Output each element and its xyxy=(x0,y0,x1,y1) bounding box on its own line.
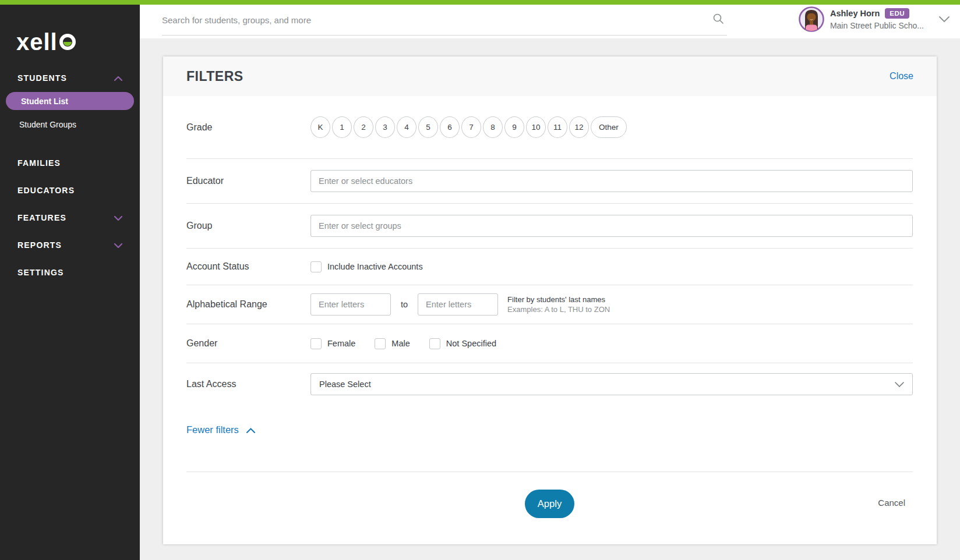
alphabetical-range-row: Alphabetical Range to Filter by students… xyxy=(186,285,913,324)
grade-row: Grade K123456789101112Other xyxy=(186,96,913,158)
avatar xyxy=(799,6,824,32)
user-role-badge: EDU xyxy=(885,8,909,19)
grade-option-k[interactable]: K xyxy=(310,116,330,138)
group-row: Group xyxy=(186,203,913,248)
gender-label: Gender xyxy=(186,338,310,349)
gender-option-male[interactable]: Male xyxy=(375,338,410,349)
fewer-filters-toggle[interactable]: Fewer filters xyxy=(186,424,255,435)
educator-input[interactable] xyxy=(310,170,913,192)
chevron-up-icon xyxy=(114,73,122,83)
xello-logo[interactable]: xell xyxy=(0,5,140,55)
sidebar-item-educators[interactable]: EDUCATORS xyxy=(0,185,140,196)
gender-option-not-specified[interactable]: Not Specified xyxy=(429,338,496,349)
topbar: Ashley Horn EDU Main Street Public Scho.… xyxy=(140,5,960,38)
sidebar-item-student-list[interactable]: Student List xyxy=(6,92,134,110)
educator-row: Educator xyxy=(186,158,913,203)
page-title: FILTERS xyxy=(186,69,243,84)
brand-accent-bar xyxy=(0,0,960,5)
include-inactive-checkbox[interactable]: Include Inactive Accounts xyxy=(310,261,423,272)
filters-header: FILTERS Close xyxy=(163,56,937,96)
group-label: Group xyxy=(186,221,310,231)
checkbox-icon[interactable] xyxy=(310,338,322,349)
user-info: Ashley Horn EDU Main Street Public Scho.… xyxy=(830,8,924,30)
user-menu[interactable]: Ashley Horn EDU Main Street Public Scho.… xyxy=(799,6,950,32)
grade-options: K123456789101112Other xyxy=(310,116,913,138)
sidebar-item-families[interactable]: FAMILIES xyxy=(0,157,140,169)
last-access-label: Last Access xyxy=(186,379,310,389)
sidebar-item-features[interactable]: FEATURES xyxy=(0,212,140,224)
grade-option-11[interactable]: 11 xyxy=(548,116,567,138)
grade-option-3[interactable]: 3 xyxy=(375,116,395,138)
sidebar-item-label: SETTINGS xyxy=(17,268,64,277)
last-access-row: Last Access Please Select xyxy=(186,363,913,405)
sidebar-item-reports[interactable]: REPORTS xyxy=(0,239,140,251)
chevron-down-icon xyxy=(895,379,904,389)
grade-option-1[interactable]: 1 xyxy=(332,116,352,138)
last-access-select[interactable]: Please Select xyxy=(310,373,913,395)
sidebar-item-label: EDUCATORS xyxy=(17,186,75,195)
checkbox-icon[interactable] xyxy=(429,338,440,349)
grade-option-9[interactable]: 9 xyxy=(504,116,524,138)
grade-option-5[interactable]: 5 xyxy=(418,116,438,138)
checkbox-label: Female xyxy=(327,339,355,348)
global-search xyxy=(162,5,727,36)
filters-panel: FILTERS Close Grade K123456789101112Othe… xyxy=(163,56,937,544)
checkbox-icon[interactable] xyxy=(310,261,322,272)
sidebar-item-students[interactable]: STUDENTS xyxy=(0,72,140,84)
alpha-to-input[interactable] xyxy=(418,293,498,316)
chevron-down-icon[interactable] xyxy=(939,14,950,24)
checkbox-label: Not Specified xyxy=(446,339,496,348)
logo-o xyxy=(59,34,76,50)
alphabetical-range-label: Alphabetical Range xyxy=(186,299,310,310)
grade-label: Grade xyxy=(186,122,310,133)
to-label: to xyxy=(401,300,408,309)
fewer-filters-label: Fewer filters xyxy=(186,424,239,435)
group-input[interactable] xyxy=(310,215,913,237)
checkbox-icon[interactable] xyxy=(375,338,386,349)
grade-option-10[interactable]: 10 xyxy=(526,116,546,138)
grade-option-2[interactable]: 2 xyxy=(354,116,373,138)
sidebar-item-label: Student Groups xyxy=(19,120,76,129)
sidebar-item-student-groups[interactable]: Student Groups xyxy=(0,120,140,129)
close-button[interactable]: Close xyxy=(890,71,913,81)
grade-option-12[interactable]: 12 xyxy=(569,116,589,138)
sidebar-item-settings[interactable]: SETTINGS xyxy=(0,267,140,278)
checkbox-label: Include Inactive Accounts xyxy=(327,262,423,271)
gender-options: FemaleMaleNot Specified xyxy=(310,338,913,349)
gender-option-female[interactable]: Female xyxy=(310,338,355,349)
educator-label: Educator xyxy=(186,176,310,186)
sidebar-nav: STUDENTS Student List Student Groups FAM… xyxy=(0,72,140,278)
chevron-down-icon xyxy=(114,240,122,250)
account-status-row: Account Status Include Inactive Accounts xyxy=(186,248,913,285)
search-icon[interactable] xyxy=(712,12,725,27)
sidebar-item-label: STUDENTS xyxy=(17,73,67,83)
sidebar-item-label: FAMILIES xyxy=(17,158,61,168)
apply-button[interactable]: Apply xyxy=(525,490,574,518)
filters-body: Grade K123456789101112Other Educator Gro… xyxy=(163,96,937,543)
fewer-filters-row: Fewer filters xyxy=(186,405,913,472)
last-access-value: Please Select xyxy=(319,380,371,389)
grade-option-4[interactable]: 4 xyxy=(397,116,417,138)
sidebar-item-label: Student List xyxy=(21,97,68,106)
grade-option-6[interactable]: 6 xyxy=(440,116,460,138)
logo-text: xell xyxy=(16,29,58,55)
alpha-help-line2: Examples: A to L, THU to ZON xyxy=(507,304,610,314)
search-input[interactable] xyxy=(162,15,712,25)
cancel-button[interactable]: Cancel xyxy=(878,498,905,508)
chevron-up-icon xyxy=(246,424,255,435)
alpha-range-help: Filter by students' last names Examples:… xyxy=(507,295,610,314)
sidebar-item-label: FEATURES xyxy=(17,213,66,222)
user-name: Ashley Horn xyxy=(830,9,880,18)
grade-option-7[interactable]: 7 xyxy=(461,116,481,138)
user-org: Main Street Public Scho... xyxy=(830,21,924,30)
alpha-from-input[interactable] xyxy=(310,293,391,316)
checkbox-label: Male xyxy=(391,339,410,348)
alpha-help-line1: Filter by students' last names xyxy=(507,295,610,304)
grade-option-8[interactable]: 8 xyxy=(483,116,503,138)
gender-row: Gender FemaleMaleNot Specified xyxy=(186,324,913,363)
chevron-down-icon xyxy=(114,213,122,222)
filters-footer: Apply Cancel xyxy=(186,472,913,543)
grade-option-other[interactable]: Other xyxy=(591,116,627,138)
account-status-label: Account Status xyxy=(186,261,310,272)
sidebar: xell STUDENTS Student List Student Group… xyxy=(0,5,140,560)
